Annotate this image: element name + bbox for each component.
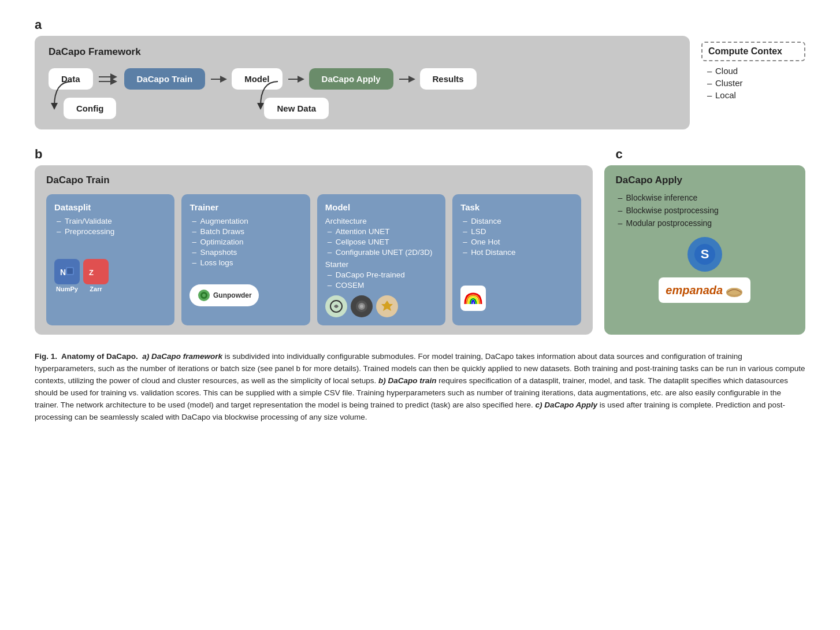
svg-text:N: N [60, 268, 66, 277]
panel-c-item-1: Blockwise inference [618, 193, 794, 202]
panel-a-wrapper: DaCapo Framework Data DaCapo Train Model… [35, 36, 805, 129]
caption-c-label: c) DaCapo Apply [535, 401, 597, 409]
panel-b-columns: Datasplit Train/Validate Preprocessing N [46, 194, 581, 325]
model-icons [325, 295, 437, 317]
starter-item-2: COSEM [328, 281, 437, 290]
model-icon-3 [376, 295, 398, 317]
trainer-title: Trainer [189, 202, 302, 212]
new-data-container: New Data [255, 98, 329, 119]
numpy-icon: N [54, 259, 80, 284]
architecture-label: Architecture [325, 217, 437, 225]
trainer-item-4: Snapshots [192, 248, 302, 257]
arch-item-1: Attention UNET [328, 227, 437, 236]
caption-fig-label: Fig. 1. Anatomy of DaCapo. [35, 352, 140, 361]
task-title: Task [460, 202, 573, 212]
datasplit-item-1: Train/Validate [57, 217, 166, 225]
caption-b-label: b) DaCapo train [378, 376, 437, 385]
arrow-icon-3 [398, 73, 415, 85]
trainer-icons: Gunpowder [189, 284, 302, 306]
b-col-datasplit: Datasplit Train/Validate Preprocessing N [46, 194, 174, 325]
task-item-4: Hot Distance [463, 248, 573, 257]
task-item-3: One Hot [463, 238, 573, 246]
panel-b-main: DaCapo Train Datasplit Train/Validate Pr… [35, 165, 593, 335]
task-item-1: Distance [463, 217, 573, 225]
panel-a-title: DaCapo Framework [49, 46, 676, 58]
flow-box-dacapo-train: DaCapo Train [124, 68, 206, 90]
b-col-task: Task Distance LSD One Hot Hot Distance [452, 194, 581, 325]
panel-c-icons: S empanada [616, 237, 794, 303]
trainer-item-1: Augmentation [192, 217, 302, 225]
b-col-model: Model Architecture Attention UNET Cellpo… [317, 194, 445, 325]
panel-bc-wrapper: DaCapo Train Datasplit Train/Validate Pr… [35, 165, 805, 335]
curved-arrow-data-config [49, 80, 95, 112]
flow-box-results: Results [420, 68, 477, 90]
numpy-icon-container: N NumPy [54, 259, 80, 292]
task-list: Distance LSD One Hot Hot Distance [460, 217, 573, 257]
section-a-label: a [35, 17, 805, 32]
svg-point-17 [360, 305, 363, 308]
model-title: Model [325, 202, 437, 212]
datasplit-list: Train/Validate Preprocessing [54, 217, 166, 236]
svg-point-13 [202, 294, 206, 297]
trainer-item-2: Batch Draws [192, 227, 302, 236]
panel-b-title: DaCapo Train [46, 175, 581, 186]
starter-label: Starter [325, 260, 437, 269]
panel-c-item-2: Blockwise postprocessing [618, 206, 794, 215]
datasplit-icons: N NumPy Z [54, 259, 166, 292]
trainer-item-5: Loss logs [192, 258, 302, 267]
panel-c-list: Blockwise inference Blockwise postproces… [616, 193, 794, 228]
trainer-list: Augmentation Batch Draws Optimization Sn… [189, 217, 302, 267]
flow-box-dacapo-apply: DaCapo Apply [309, 68, 393, 90]
panel-a-right: Compute Contex Cloud Cluster Local [701, 36, 805, 129]
starter-list: DaCapo Pre-trained COSEM [325, 270, 437, 290]
caption-a-label: a) DaCapo framework [142, 352, 222, 361]
starter-item-1: DaCapo Pre-trained [328, 270, 437, 279]
zarr-icon-container: Z Zarr [83, 259, 109, 292]
compute-context-title: Compute Contex [701, 42, 805, 61]
svg-text:S: S [700, 247, 709, 261]
compute-item-cloud: Cloud [707, 66, 805, 76]
panel-c-title: DaCapo Apply [616, 175, 794, 186]
double-arrow-icon [98, 72, 120, 86]
s-icon: S [687, 237, 722, 272]
panel-c-main: DaCapo Apply Blockwise inference Blockwi… [604, 165, 806, 335]
section-c-label: c [616, 147, 806, 162]
datasplit-item-2: Preprocessing [57, 227, 166, 236]
caption: Fig. 1. Anatomy of DaCapo. a) DaCapo fra… [35, 351, 805, 424]
datasplit-title: Datasplit [54, 202, 166, 212]
svg-rect-8 [67, 268, 73, 274]
trainer-item-3: Optimization [192, 238, 302, 246]
panel-c-item-3: Modular postprocessing [618, 218, 794, 228]
arch-item-3: Configurable UNET (2D/3D) [328, 248, 437, 257]
compute-item-cluster: Cluster [707, 78, 805, 88]
zarr-icon: Z [83, 259, 109, 284]
panel-a-main: DaCapo Framework Data DaCapo Train Model… [35, 36, 690, 129]
bottom-row: Config New Data [49, 98, 676, 119]
b-col-trainer: Trainer Augmentation Batch Draws Optimiz… [181, 194, 310, 325]
empanada-icon: empanada [659, 277, 750, 303]
model-icon-2 [351, 295, 373, 317]
gunpowder-icon: Gunpowder [189, 284, 259, 306]
arch-item-2: Cellpose UNET [328, 238, 437, 246]
arrow-icon-1 [210, 73, 227, 85]
compute-context-list: Cloud Cluster Local [701, 66, 805, 100]
compute-item-local: Local [707, 90, 805, 100]
task-icons [460, 286, 573, 311]
model-icon-1 [325, 295, 347, 317]
section-bc-labels: b c [35, 147, 805, 162]
zarr-label: Zarr [90, 286, 102, 292]
section-b-label: b [35, 147, 604, 162]
flow-row: Data DaCapo Train Model DaCapo Apply [49, 68, 676, 90]
svg-text:Z: Z [89, 268, 94, 277]
curved-arrow-model-newdata [255, 80, 301, 112]
numpy-label: NumPy [56, 286, 78, 292]
task-item-2: LSD [463, 227, 573, 236]
architecture-list: Attention UNET Cellpose UNET Configurabl… [325, 227, 437, 257]
rainbow-icon [460, 286, 486, 311]
